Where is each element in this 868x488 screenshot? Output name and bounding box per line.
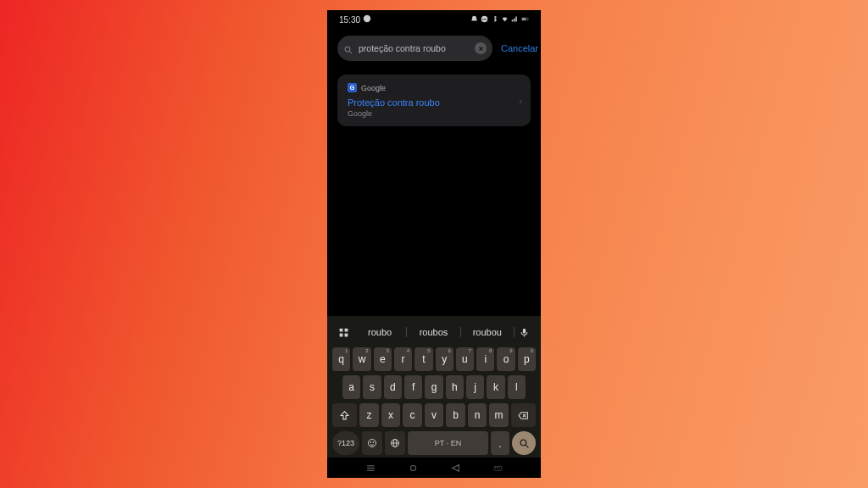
key-y[interactable]: y6	[436, 347, 453, 371]
cancel-button[interactable]: Cancelar	[501, 43, 538, 53]
nav-menu-icon[interactable]	[365, 463, 376, 474]
apps-icon[interactable]	[333, 327, 353, 338]
nav-bar	[327, 458, 541, 478]
result-subtitle: Google	[348, 109, 520, 118]
battery-icon	[521, 15, 529, 25]
svg-point-21	[520, 440, 526, 446]
key-row-2: asdfghjkl	[331, 375, 537, 399]
key-n[interactable]: n	[468, 403, 487, 427]
key-row-3: zxcvbnm	[331, 403, 537, 427]
key-r[interactable]: r4	[394, 347, 412, 371]
dnd-icon	[481, 15, 488, 25]
emoji-key[interactable]	[362, 431, 382, 455]
key-f[interactable]: f	[404, 375, 422, 399]
key-s[interactable]: s	[363, 375, 381, 399]
svg-rect-3	[522, 18, 526, 19]
key-a[interactable]: a	[342, 375, 360, 399]
svg-rect-2	[528, 18, 529, 19]
svg-rect-29	[497, 467, 498, 468]
clear-button[interactable]	[475, 42, 487, 54]
svg-point-15	[369, 440, 376, 447]
numeric-key[interactable]: ?123	[332, 431, 359, 455]
key-q[interactable]: q1	[332, 347, 350, 371]
key-l[interactable]: l	[508, 375, 526, 399]
search-area: Cancelar	[327, 29, 541, 68]
key-o[interactable]: o9	[497, 347, 515, 371]
search-key[interactable]	[512, 431, 536, 455]
nav-back-icon[interactable]	[450, 463, 461, 474]
key-p[interactable]: p0	[518, 347, 536, 371]
wifi-icon	[501, 15, 509, 25]
svg-point-16	[370, 442, 371, 443]
key-t[interactable]: t5	[415, 347, 432, 371]
result-source: Google	[361, 84, 386, 92]
search-result[interactable]: G Google Proteção contra roubo Google ›	[337, 75, 531, 126]
bluetooth-icon	[491, 15, 498, 25]
key-w[interactable]: w2	[353, 347, 370, 371]
nav-home-icon[interactable]	[408, 463, 419, 474]
content-area: G Google Proteção contra roubo Google ›	[327, 68, 541, 316]
key-k[interactable]: k	[487, 375, 504, 399]
key-b[interactable]: b	[446, 403, 465, 427]
space-key[interactable]: PT · EN	[408, 431, 488, 455]
svg-point-17	[373, 442, 374, 443]
key-e[interactable]: e3	[374, 347, 392, 371]
alarm-icon	[470, 15, 478, 25]
key-g[interactable]: g	[425, 375, 442, 399]
period-key[interactable]: .	[491, 431, 509, 455]
signal-icon	[511, 15, 519, 25]
suggestion-bar: roubo roubos roubou	[331, 321, 537, 343]
key-c[interactable]: c	[403, 403, 422, 427]
svg-line-22	[526, 445, 528, 447]
search-box[interactable]	[337, 36, 492, 61]
svg-rect-12	[523, 328, 526, 333]
suggestion-3[interactable]: roubou	[461, 327, 515, 337]
svg-rect-28	[495, 467, 496, 468]
svg-line-5	[350, 52, 353, 54]
key-row-bottom: ?123 PT · EN .	[331, 431, 537, 455]
key-d[interactable]: d	[384, 375, 402, 399]
shift-key[interactable]	[332, 403, 357, 427]
whatsapp-icon	[363, 14, 371, 25]
key-h[interactable]: h	[446, 375, 464, 399]
search-icon	[343, 43, 353, 53]
svg-point-0	[364, 15, 370, 22]
status-bar: 15:30	[327, 10, 541, 29]
svg-rect-9	[344, 328, 348, 331]
svg-rect-26	[410, 465, 415, 469]
result-title: Proteção contra roubo	[348, 97, 520, 108]
mic-icon[interactable]	[515, 327, 535, 338]
key-u[interactable]: u7	[456, 347, 474, 371]
keyboard: roubo roubos roubou q1w2e3r4t5y6u7i8o9p0…	[327, 316, 541, 458]
svg-point-4	[345, 47, 350, 52]
key-i[interactable]: i8	[476, 347, 494, 371]
svg-rect-11	[344, 333, 348, 336]
key-j[interactable]: j	[466, 375, 484, 399]
search-input[interactable]	[359, 43, 470, 53]
svg-rect-10	[339, 333, 342, 336]
key-row-1: q1w2e3r4t5y6u7i8o9p0	[331, 347, 537, 371]
chevron-right-icon: ›	[519, 96, 522, 106]
suggestion-1[interactable]: roubo	[353, 327, 407, 337]
svg-rect-8	[339, 328, 342, 331]
key-v[interactable]: v	[425, 403, 444, 427]
nav-keyboard-icon[interactable]	[492, 463, 504, 474]
svg-rect-30	[498, 467, 499, 468]
backspace-key[interactable]	[511, 403, 536, 427]
language-key[interactable]	[385, 431, 405, 455]
svg-rect-27	[494, 466, 502, 470]
status-time: 15:30	[339, 15, 360, 25]
suggestion-2[interactable]: roubos	[407, 327, 460, 337]
key-m[interactable]: m	[489, 403, 509, 427]
key-x[interactable]: x	[381, 403, 401, 427]
google-icon: G	[348, 83, 357, 92]
key-z[interactable]: z	[359, 403, 379, 427]
phone-frame: 15:30	[327, 10, 541, 478]
